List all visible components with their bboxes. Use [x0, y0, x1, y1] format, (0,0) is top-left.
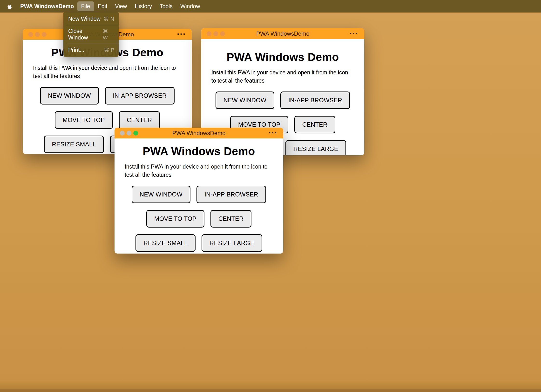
in-app-browser-button[interactable]: IN-APP BROWSER	[196, 186, 266, 203]
button-row: RESIZE SMALL RESIZE LARGE	[115, 234, 283, 252]
overflow-menu-icon[interactable]: ···	[177, 30, 186, 38]
button-row: NEW WINDOW IN-APP BROWSER	[201, 91, 364, 109]
move-to-top-button[interactable]: MOVE TO TOP	[146, 210, 204, 228]
minimize-button-icon[interactable]	[35, 32, 40, 37]
button-row: MOVE TO TOP CENTER	[115, 210, 283, 228]
file-menu-dropdown: New Window ⌘ N Close Window ⌘ W Print...…	[63, 13, 119, 57]
resize-large-button[interactable]: RESIZE LARGE	[285, 140, 346, 155]
traffic-lights	[207, 28, 225, 39]
new-window-button[interactable]: NEW WINDOW	[132, 186, 190, 203]
traffic-lights	[28, 29, 47, 40]
description: Install this PWA in your device and open…	[125, 163, 271, 179]
window-title: PWA WindowsDemo	[172, 130, 226, 137]
overflow-menu-icon[interactable]: ···	[269, 128, 277, 137]
menu-option-label: Print...	[68, 47, 84, 53]
move-to-top-button[interactable]: MOVE TO TOP	[55, 111, 113, 129]
new-window-button[interactable]: NEW WINDOW	[216, 91, 274, 109]
window-title: PWA WindowsDemo	[256, 30, 310, 37]
menu-separator	[67, 44, 119, 44]
description: Install this PWA in your device and open…	[33, 64, 179, 80]
in-app-browser-button[interactable]: IN-APP BROWSER	[105, 87, 175, 105]
menu-option-shortcut: ⌘ W	[103, 28, 114, 41]
resize-small-button[interactable]: RESIZE SMALL	[44, 136, 104, 153]
menu-item-tools[interactable]: Tools	[156, 1, 176, 11]
window-titlebar[interactable]: PWA WindowsDemo ···	[115, 128, 283, 138]
button-row: NEW WINDOW IN-APP BROWSER	[23, 87, 192, 105]
close-button-icon[interactable]	[207, 31, 211, 36]
center-button[interactable]: CENTER	[119, 111, 160, 129]
resize-small-button[interactable]: RESIZE SMALL	[135, 234, 196, 252]
menu-option-new-window[interactable]: New Window ⌘ N	[63, 13, 119, 25]
apple-menu-icon[interactable]	[6, 3, 14, 9]
menu-option-label: Close Window	[68, 28, 103, 41]
page-title: PWA Windows Demo	[115, 145, 283, 158]
window-titlebar[interactable]: PWA WindowsDemo ···	[201, 28, 364, 39]
menu-item-file[interactable]: File	[77, 1, 94, 11]
minimize-button-icon[interactable]	[127, 131, 131, 136]
zoom-button-icon[interactable]	[133, 131, 138, 136]
new-window-button[interactable]: NEW WINDOW	[40, 87, 99, 105]
menu-option-shortcut: ⌘ P	[104, 47, 114, 53]
zoom-button-icon[interactable]	[42, 32, 47, 37]
menu-item-window[interactable]: Window	[176, 1, 204, 11]
menu-option-close-window[interactable]: Close Window ⌘ W	[63, 26, 119, 43]
page-title: PWA Windows Demo	[201, 51, 364, 64]
overflow-menu-icon[interactable]: ···	[350, 29, 358, 37]
center-button[interactable]: CENTER	[294, 116, 336, 133]
resize-large-button[interactable]: RESIZE LARGE	[202, 234, 262, 252]
minimize-button-icon[interactable]	[213, 31, 218, 36]
menu-option-shortcut: ⌘ N	[104, 16, 114, 22]
menu-item-edit[interactable]: Edit	[94, 1, 111, 11]
close-button-icon[interactable]	[120, 131, 125, 136]
menu-item-history[interactable]: History	[131, 1, 156, 11]
desktop-bottom-edge	[0, 389, 541, 392]
menu-option-print[interactable]: Print... ⌘ P	[63, 44, 119, 56]
window-content: PWA Windows Demo Install this PWA in you…	[115, 145, 283, 252]
traffic-lights	[120, 128, 138, 138]
menu-bar: PWA WindowsDemo File Edit View History T…	[0, 0, 541, 13]
menu-separator	[67, 25, 119, 25]
app-name[interactable]: PWA WindowsDemo	[17, 3, 77, 10]
zoom-button-icon[interactable]	[220, 31, 225, 36]
button-row: MOVE TO TOP CENTER	[23, 111, 192, 129]
button-row: NEW WINDOW IN-APP BROWSER	[115, 186, 283, 203]
description: Install this PWA in your device and open…	[211, 68, 352, 85]
pwa-window-front: PWA WindowsDemo ··· PWA Windows Demo Ins…	[115, 128, 283, 254]
in-app-browser-button[interactable]: IN-APP BROWSER	[280, 91, 350, 109]
menu-option-label: New Window	[68, 16, 101, 22]
close-button-icon[interactable]	[28, 32, 33, 37]
menu-item-view[interactable]: View	[111, 1, 131, 11]
center-button[interactable]: CENTER	[210, 210, 252, 228]
